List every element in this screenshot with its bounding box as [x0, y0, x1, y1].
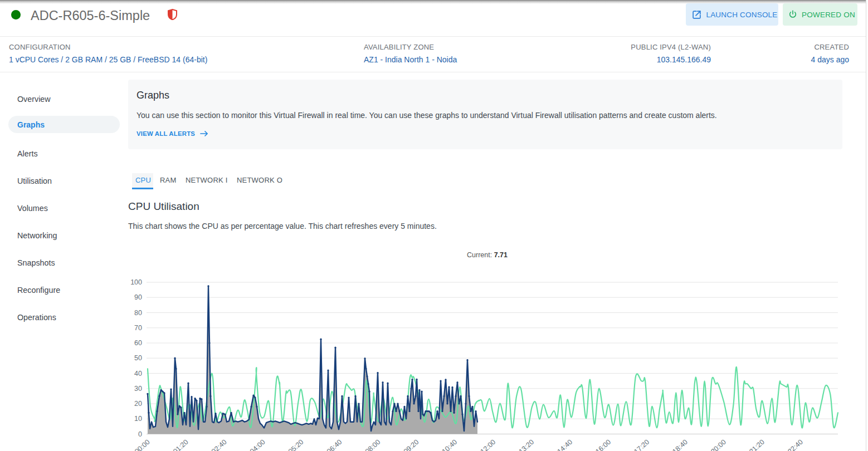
- svg-text:14:40: 14:40: [556, 438, 574, 451]
- svg-text:70: 70: [134, 324, 142, 332]
- svg-text:01:20: 01:20: [172, 438, 190, 451]
- svg-text:08:00: 08:00: [364, 438, 382, 451]
- svg-text:04:00: 04:00: [248, 438, 267, 451]
- svg-text:0: 0: [138, 430, 142, 438]
- svg-text:60: 60: [134, 339, 142, 347]
- svg-text:30: 30: [134, 385, 142, 393]
- svg-text:06:40: 06:40: [325, 438, 344, 451]
- svg-text:10: 10: [134, 415, 142, 423]
- svg-text:00:00: 00:00: [133, 438, 152, 451]
- svg-text:90: 90: [134, 293, 142, 301]
- svg-text:16:00: 16:00: [594, 438, 612, 451]
- svg-text:100: 100: [130, 278, 142, 286]
- svg-text:02:40: 02:40: [210, 438, 228, 451]
- svg-text:80: 80: [134, 309, 142, 317]
- svg-text:13:20: 13:20: [518, 438, 536, 451]
- svg-text:18:40: 18:40: [671, 438, 689, 451]
- svg-text:22:40: 22:40: [786, 438, 804, 451]
- svg-text:17:20: 17:20: [632, 438, 651, 451]
- svg-text:40: 40: [134, 370, 142, 378]
- svg-text:10:40: 10:40: [441, 438, 459, 451]
- svg-text:21:20: 21:20: [748, 438, 766, 451]
- svg-text:12:00: 12:00: [479, 438, 498, 451]
- svg-text:20: 20: [134, 400, 142, 408]
- svg-text:05:20: 05:20: [287, 438, 305, 451]
- svg-text:20:00: 20:00: [709, 438, 728, 451]
- svg-text:50: 50: [134, 354, 142, 362]
- svg-text:09:20: 09:20: [402, 438, 421, 451]
